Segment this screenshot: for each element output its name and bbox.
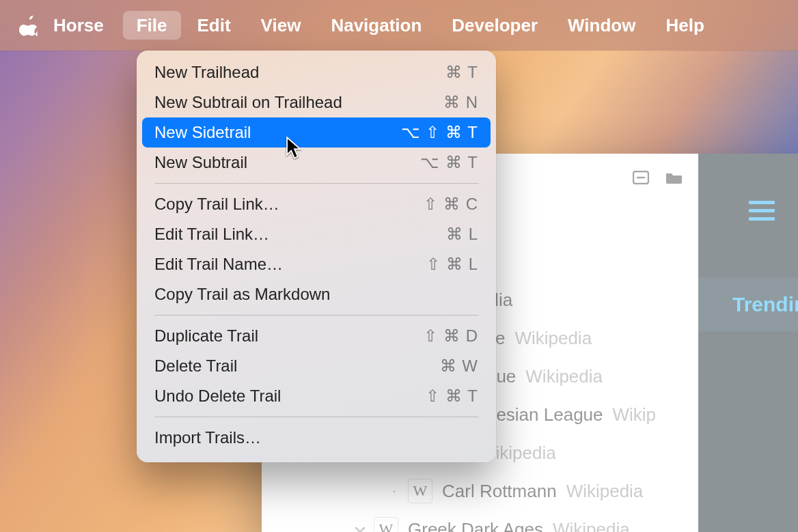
- mouse-cursor-icon: [286, 137, 303, 160]
- menu-item-label: Import Trails…: [154, 428, 261, 447]
- menu-item-duplicate-trail[interactable]: Duplicate Trail⇧ ⌘ D: [142, 321, 491, 351]
- menu-item-new-subtrail[interactable]: New Subtrail⌥ ⌘ T: [142, 148, 491, 178]
- trail-title: Greek Dark Ages: [408, 519, 543, 533]
- menu-item-shortcut: ⇧ ⌘ D: [424, 326, 478, 346]
- menu-item-shortcut: ⌥ ⇧ ⌘ T: [401, 123, 478, 142]
- menu-item-label: Duplicate Trail: [154, 326, 258, 346]
- bullet-icon: ·: [385, 482, 404, 500]
- menu-file[interactable]: File: [123, 11, 181, 40]
- archive-icon[interactable]: [633, 171, 649, 184]
- menu-item-shortcut: ⇧ ⌘ C: [424, 195, 478, 214]
- trail-source: Wikipedia: [553, 519, 630, 533]
- menu-item-shortcut: ⌘ N: [443, 93, 478, 112]
- trail-title: Carl Rottmann: [442, 481, 557, 502]
- menu-item-copy-trail-as-markdown[interactable]: Copy Trail as Markdown: [142, 279, 491, 309]
- apple-menu-icon[interactable]: [19, 14, 40, 37]
- trail-source: Wikipedia: [525, 366, 603, 387]
- menu-separator: [154, 417, 478, 417]
- menu-item-shortcut: ⌥ ⌘ T: [420, 153, 478, 172]
- menu-item-label: New Subtrail: [154, 153, 247, 172]
- menu-item-copy-trail-link[interactable]: Copy Trail Link…⇧ ⌘ C: [142, 189, 491, 219]
- menu-separator: [154, 183, 478, 184]
- menu-view[interactable]: View: [247, 11, 315, 40]
- menu-item-label: Copy Trail Link…: [154, 195, 279, 214]
- menu-item-undo-delete-trail[interactable]: Undo Delete Trail⇧ ⌘ T: [142, 381, 491, 411]
- menu-item-label: Copy Trail as Markdown: [154, 285, 330, 304]
- menu-item-label: New Sidetrail: [154, 123, 251, 142]
- menu-item-label: New Subtrail on Trailhead: [154, 93, 342, 112]
- menu-item-shortcut: ⇧ ⌘ L: [426, 255, 478, 274]
- menu-item-shortcut: ⌘ W: [440, 356, 478, 376]
- trending-tab-label: Trendin: [732, 293, 798, 316]
- menu-item-label: Undo Delete Trail: [154, 387, 281, 406]
- menu-item-new-sidetrail[interactable]: New Sidetrail⌥ ⇧ ⌘ T: [142, 117, 491, 148]
- menu-item-edit-trail-name[interactable]: Edit Trail Name…⇧ ⌘ L: [142, 249, 491, 279]
- menubar: Horse FileEditViewNavigationDeveloperWin…: [0, 0, 798, 51]
- menu-item-new-subtrail-on-trailhead[interactable]: New Subtrail on Trailhead⌘ N: [142, 87, 491, 117]
- wikipedia-favicon-icon: W: [374, 517, 398, 532]
- menu-item-label: New Trailhead: [154, 63, 259, 82]
- menu-item-shortcut: ⇧ ⌘ T: [426, 387, 478, 406]
- menu-help[interactable]: Help: [652, 11, 717, 40]
- menu-item-import-trails[interactable]: Import Trails…: [142, 423, 491, 453]
- menu-developer[interactable]: Developer: [438, 11, 551, 40]
- trail-source: Wikipedia: [566, 481, 644, 502]
- menu-edit[interactable]: Edit: [184, 11, 245, 40]
- menu-separator: [154, 315, 478, 316]
- trail-row[interactable]: ·WCarl RottmannWikipedia: [262, 472, 696, 510]
- menu-item-label: Edit Trail Name…: [154, 255, 283, 274]
- menu-navigation[interactable]: Navigation: [317, 11, 435, 40]
- menu-item-shortcut: ⌘ L: [446, 225, 478, 244]
- app-name[interactable]: Horse: [53, 15, 104, 36]
- hamburger-menu-icon[interactable]: [749, 196, 775, 225]
- folder-icon[interactable]: [665, 171, 683, 184]
- trending-tab[interactable]: Trendin: [698, 278, 798, 331]
- trail-row[interactable]: WGreek Dark AgesWikipedia: [262, 510, 696, 532]
- menu-item-new-trailhead[interactable]: New Trailhead⌘ T: [142, 57, 491, 87]
- chevron-down-icon: [350, 520, 370, 532]
- trail-source: Wikip: [613, 404, 657, 425]
- wikipedia-favicon-icon: W: [408, 479, 432, 503]
- menu-item-delete-trail[interactable]: Delete Trail⌘ W: [142, 351, 491, 381]
- page-header-panel: Trendin: [698, 154, 798, 532]
- menu-item-label: Delete Trail: [154, 356, 237, 376]
- menu-window[interactable]: Window: [554, 11, 649, 40]
- file-menu-dropdown: New Trailhead⌘ TNew Subtrail on Trailhea…: [137, 51, 496, 462]
- menu-item-shortcut: ⌘ T: [445, 63, 478, 82]
- menu-item-edit-trail-link[interactable]: Edit Trail Link…⌘ L: [142, 219, 491, 249]
- menu-item-label: Edit Trail Link…: [154, 225, 269, 244]
- trail-source: Wikipedia: [514, 328, 592, 349]
